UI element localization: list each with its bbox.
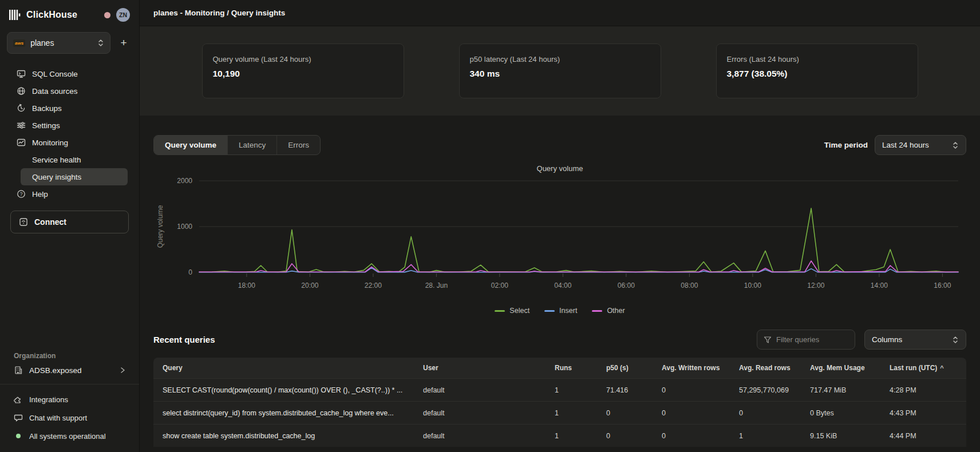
svg-text:Query volume: Query volume [156,205,164,248]
monitoring-chart-icon [16,138,26,147]
metric-value: 10,190 [213,69,393,79]
connect-button[interactable]: Connect [10,211,129,233]
chart-legend: Select Insert Other [140,307,980,315]
svg-text:22:00: 22:00 [365,281,382,290]
column-header-p50[interactable]: p50 (s) [597,364,653,372]
legend-item-other[interactable]: Other [592,307,625,315]
time-period-label: Time period [824,141,868,149]
chart-tabs: Query volume Latency Errors [153,135,321,155]
filter-queries-input[interactable] [776,335,845,344]
sidebar-item-settings[interactable]: Settings [11,117,128,134]
sidebar-item-service-health[interactable]: Service health [21,151,128,168]
metric-value: 340 ms [470,69,650,79]
chart-title: Query volume [140,164,980,173]
svg-text:?: ? [19,191,22,197]
tab-query-volume[interactable]: Query volume [154,136,228,154]
tab-errors[interactable]: Errors [277,136,320,154]
metrics-band: Query volume (Last 24 hours) 10,190 p50 … [140,26,980,116]
select-series-swatch [495,310,505,312]
legend-item-insert[interactable]: Insert [544,307,577,315]
insert-series-swatch [544,310,555,312]
data-sources-icon [16,86,26,96]
other-series-swatch [592,310,602,312]
table-row[interactable]: select distrinct(query_id) from system.d… [153,401,966,424]
query-volume-chart[interactable]: 01000200018:0020:0022:0028. Jun02:0004:0… [153,175,966,302]
column-header-avg-read-rows[interactable]: Avg. Read rows [730,364,801,372]
metric-card-p50-latency: p50 latency (Last 24 hours) 340 ms [459,43,661,98]
filter-queries-box[interactable] [757,330,855,350]
svg-text:18:00: 18:00 [238,281,255,290]
system-status-item[interactable]: All systems operational [14,428,125,444]
status-indicator-dot [104,12,110,18]
column-header-user[interactable]: User [414,364,546,372]
service-selector-value: planes [30,38,92,47]
sidebar-item-label: Data sources [32,87,78,96]
history-restore-icon [16,104,26,113]
svg-text:28. Jun: 28. Jun [425,281,448,290]
sidebar-item-chat-support[interactable]: Chat with support [14,410,125,426]
svg-text:0: 0 [188,268,192,276]
sidebar-item-integrations[interactable]: Integrations [14,391,125,407]
columns-select-value: Columns [872,335,902,344]
svg-text:20:00: 20:00 [301,281,318,290]
puzzle-icon [14,395,23,404]
column-header-avg-mem-usage[interactable]: Avg. Mem Usage [801,364,880,372]
svg-text:16:00: 16:00 [934,281,951,290]
user-avatar[interactable]: ZN [116,8,130,22]
monitor-icon [16,69,26,78]
metric-label: p50 latency (Last 24 hours) [470,55,650,64]
sidebar-nav: SQL Console Data sources Backups [0,56,139,203]
organization-section-label: Organization [0,352,139,366]
time-period-select[interactable]: Last 24 hours [875,135,966,155]
column-header-query[interactable]: Query [153,364,414,372]
breadcrumb: planes - Monitoring / Query insights [153,9,285,17]
columns-select[interactable]: Columns [864,330,966,350]
main-content: planes - Monitoring / Query insights Que… [140,0,980,452]
table-header-row: Query User Runs p50 (s) Avg. Written row… [153,358,966,378]
add-service-button[interactable]: + [117,37,130,49]
brand-row: ClickHouse ZN [0,0,139,27]
recent-queries-table: Query User Runs p50 (s) Avg. Written row… [153,358,966,447]
metric-label: Query volume (Last 24 hours) [213,55,393,64]
sidebar-item-backups[interactable]: Backups [11,100,128,117]
footer-item-label: All systems operational [29,432,106,441]
query-volume-chart-block: Query volume 01000200018:0020:0022:0028.… [140,164,980,315]
recent-queries-title: Recent queries [153,335,215,344]
sidebar-item-label: Help [32,190,48,199]
chevron-right-icon [120,367,125,374]
svg-text:06:00: 06:00 [618,281,635,290]
organization-building-icon [14,366,23,375]
sidebar-item-sql-console[interactable]: SQL Console [11,65,128,82]
clickhouse-logo-icon [9,10,21,20]
tab-latency[interactable]: Latency [228,136,277,154]
sidebar-item-label: SQL Console [32,70,78,78]
sidebar-item-label: Query insights [32,173,81,181]
brand-name: ClickHouse [26,10,77,20]
svg-text:10:00: 10:00 [744,281,761,290]
operational-status-icon [16,434,21,438]
svg-text:04:00: 04:00 [554,281,571,290]
recent-queries-section: Recent queries Columns [153,330,966,447]
organization-item[interactable]: ADSB.exposed [0,366,139,384]
sidebar-item-data-sources[interactable]: Data sources [11,82,128,100]
funnel-filter-icon [764,336,772,344]
sidebar-item-label: Backups [32,104,62,113]
sidebar-item-query-insights[interactable]: Query insights [21,168,128,185]
svg-text:08:00: 08:00 [681,281,698,290]
sidebar: ClickHouse ZN aws planes + SQL Console [0,0,140,452]
footer-item-label: Chat with support [29,414,87,422]
sort-ascending-icon: ^ [940,364,943,371]
metric-card-query-volume: Query volume (Last 24 hours) 10,190 [202,43,404,98]
svg-text:2000: 2000 [177,177,192,185]
column-header-avg-written-rows[interactable]: Avg. Written rows [653,364,730,372]
legend-item-select[interactable]: Select [495,307,529,315]
sidebar-item-monitoring[interactable]: Monitoring [11,134,128,151]
table-row[interactable]: SELECT CAST(round(pow(count() / max(coun… [153,378,966,401]
column-header-last-run[interactable]: Last run (UTC)^ [880,364,966,372]
svg-text:1000: 1000 [177,223,192,231]
table-row[interactable]: show create table system.distributed_cac… [153,424,966,447]
column-header-runs[interactable]: Runs [546,364,597,372]
service-selector[interactable]: aws planes [7,32,110,54]
sliders-icon [16,121,26,130]
sidebar-item-help[interactable]: ? Help [11,185,128,203]
